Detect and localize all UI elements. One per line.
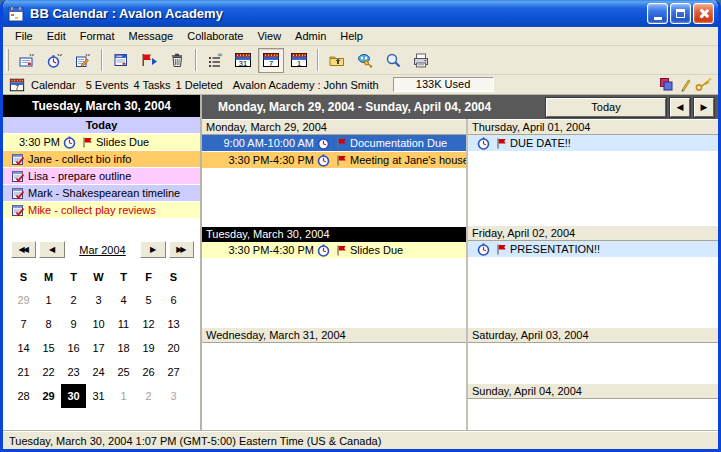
- mini-calendar-day[interactable]: 30: [61, 384, 86, 408]
- new-event-button[interactable]: [14, 48, 40, 73]
- mini-calendar-month-label[interactable]: Mar 2004: [68, 244, 138, 256]
- event-meeting-janes-house[interactable]: 3:30 PM-4:30 PM Meeting at Jane's house: [202, 152, 466, 169]
- next-week-button[interactable]: ▶: [694, 98, 714, 117]
- today-button[interactable]: Today: [546, 98, 666, 117]
- menu-help[interactable]: Help: [333, 28, 370, 44]
- delete-button[interactable]: [164, 48, 190, 73]
- new-reminder-icon: [47, 52, 64, 69]
- new-task-button[interactable]: [70, 48, 96, 73]
- mini-calendar-day[interactable]: 9: [61, 312, 86, 336]
- mini-calendar-day[interactable]: 1: [111, 384, 136, 408]
- edit-pencil-icon[interactable]: [678, 77, 691, 92]
- prev-month-button[interactable]: ◀: [39, 241, 64, 258]
- mini-calendar-day[interactable]: 15: [36, 336, 61, 360]
- mini-calendar-day[interactable]: 17: [86, 336, 111, 360]
- today-task-jane[interactable]: Jane - collect bio info: [3, 151, 200, 168]
- mini-calendar-day[interactable]: 11: [111, 312, 136, 336]
- new-task-icon: [75, 52, 92, 69]
- minimize-button[interactable]: [647, 3, 668, 24]
- edit-items-button[interactable]: [108, 48, 134, 73]
- day-body-tuesday[interactable]: 3:30 PM-4:30 PM Slides Due: [202, 242, 466, 327]
- mini-calendar-day[interactable]: 31: [86, 384, 111, 408]
- mini-calendar-day[interactable]: 6: [161, 288, 186, 312]
- menu-admin[interactable]: Admin: [288, 28, 333, 44]
- mini-calendar-day[interactable]: 21: [11, 360, 36, 384]
- today-task-lisa[interactable]: Lisa - prepare outline: [3, 168, 200, 185]
- directory-button[interactable]: [352, 48, 378, 73]
- flag-icon: [496, 243, 507, 256]
- mini-calendar-day[interactable]: 20: [161, 336, 186, 360]
- folder-up-button[interactable]: [324, 48, 350, 73]
- menu-format[interactable]: Format: [73, 28, 122, 44]
- close-icon: [698, 8, 709, 19]
- left-arrow-icon: ◀: [677, 102, 684, 112]
- flag-item-button[interactable]: [136, 48, 162, 73]
- mini-calendar-day[interactable]: 18: [111, 336, 136, 360]
- mini-calendar-day[interactable]: 1: [36, 288, 61, 312]
- day-body-saturday[interactable]: [468, 343, 718, 383]
- today-item-slides-due[interactable]: 3:30 PM Slides Due: [3, 134, 200, 151]
- week-view-button[interactable]: 7: [258, 48, 284, 73]
- mini-calendar-day[interactable]: 8: [36, 312, 61, 336]
- mini-calendar-day[interactable]: 13: [161, 312, 186, 336]
- day-body-sunday[interactable]: [468, 399, 718, 431]
- mini-calendar-day[interactable]: 26: [136, 360, 161, 384]
- print-button[interactable]: [408, 48, 434, 73]
- day-view-button[interactable]: 1: [286, 48, 312, 73]
- menu-view[interactable]: View: [250, 28, 288, 44]
- account-label: Avalon Academy : John Smith: [233, 79, 379, 91]
- event-title: Slides Due: [350, 244, 403, 256]
- mini-calendar-day[interactable]: 28: [11, 384, 36, 408]
- mini-calendar-day[interactable]: 5: [136, 288, 161, 312]
- mini-calendar-day[interactable]: 27: [161, 360, 186, 384]
- prev-year-button[interactable]: ◀◀: [11, 241, 36, 258]
- day-body-thursday[interactable]: DUE DATE!!: [468, 135, 718, 225]
- mini-calendar-day[interactable]: 29: [11, 288, 36, 312]
- mini-calendar-day[interactable]: 12: [136, 312, 161, 336]
- close-button[interactable]: [693, 3, 714, 24]
- day-body-friday[interactable]: PRESENTATION!!: [468, 241, 718, 327]
- mini-calendar-day[interactable]: 23: [61, 360, 86, 384]
- svg-text:31: 31: [239, 59, 247, 68]
- menu-collaborate[interactable]: Collaborate: [180, 28, 250, 44]
- mini-calendar-day[interactable]: 3: [161, 384, 186, 408]
- previous-week-button[interactable]: ◀: [670, 98, 690, 117]
- search-button[interactable]: [380, 48, 406, 73]
- today-task-mike[interactable]: Mike - collect play reviews: [3, 202, 200, 219]
- mini-calendar-day[interactable]: 3: [86, 288, 111, 312]
- toolbar-gripper[interactable]: [6, 49, 9, 71]
- mini-calendar-day[interactable]: 29: [36, 384, 61, 408]
- folder-up-icon: [328, 52, 346, 69]
- mini-calendar-day[interactable]: 25: [111, 360, 136, 384]
- mini-calendar-day[interactable]: 10: [86, 312, 111, 336]
- new-reminder-button[interactable]: [42, 48, 68, 73]
- mini-calendar-day[interactable]: 4: [111, 288, 136, 312]
- event-due-date[interactable]: DUE DATE!!: [468, 135, 718, 152]
- copy-pages-icon[interactable]: [659, 77, 674, 92]
- menu-file[interactable]: File: [8, 28, 40, 44]
- menu-message[interactable]: Message: [122, 28, 181, 44]
- maximize-button[interactable]: [670, 3, 691, 24]
- calendar-view-icon: 7: [9, 77, 25, 93]
- day-body-wednesday[interactable]: [202, 343, 466, 431]
- permissions-key-icon[interactable]: [695, 77, 713, 92]
- next-year-button[interactable]: ▶▶: [169, 241, 194, 258]
- mini-calendar-day[interactable]: 2: [61, 288, 86, 312]
- month-view-button[interactable]: 31: [230, 48, 256, 73]
- menu-edit[interactable]: Edit: [40, 28, 73, 44]
- agenda-view-button[interactable]: ∞: [202, 48, 228, 73]
- mini-calendar-day[interactable]: 7: [11, 312, 36, 336]
- event-documentation-due[interactable]: 9:00 AM-10:00 AM Documentation Due: [202, 135, 466, 152]
- day-body-monday[interactable]: 9:00 AM-10:00 AM Documentation Due 3:30 …: [202, 135, 466, 226]
- next-month-button[interactable]: ▶: [140, 241, 165, 258]
- event-slides-due[interactable]: 3:30 PM-4:30 PM Slides Due: [202, 242, 466, 259]
- mini-calendar-day[interactable]: 2: [136, 384, 161, 408]
- mini-calendar-day[interactable]: 24: [86, 360, 111, 384]
- mini-calendar-day[interactable]: 22: [36, 360, 61, 384]
- mini-calendar-day[interactable]: 14: [11, 336, 36, 360]
- event-presentation[interactable]: PRESENTATION!!: [468, 241, 718, 258]
- mini-calendar-day[interactable]: 16: [61, 336, 86, 360]
- today-task-mark[interactable]: Mark - Shakespearean timeline: [3, 185, 200, 202]
- mini-calendar-day[interactable]: 19: [136, 336, 161, 360]
- task-icon: [12, 170, 25, 183]
